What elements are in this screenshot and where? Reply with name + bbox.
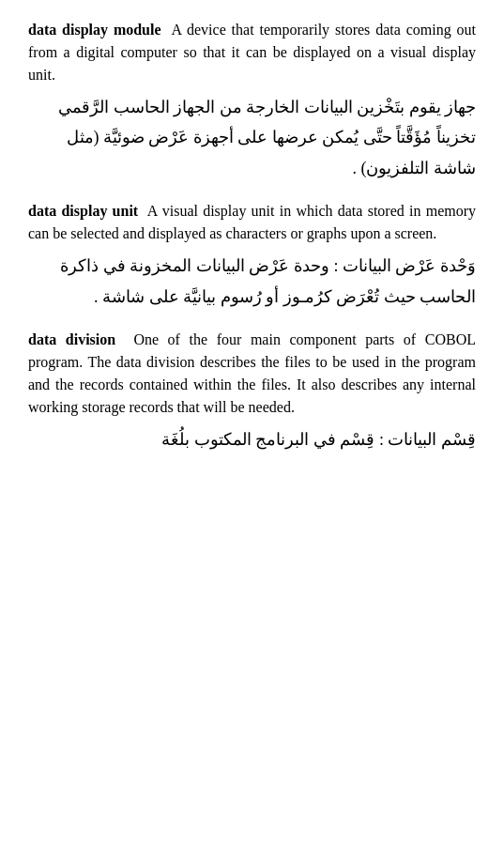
entry-key: data division bbox=[28, 331, 115, 347]
entry-arabic: قِسْم البيانات : قِسْم في البرنامج المكت… bbox=[28, 424, 476, 454]
entry-definition-text: data display module A device that tempor… bbox=[28, 19, 476, 86]
entry-arabic: وَحْدة عَرْض البيانات : وحدة عَرْض البيا… bbox=[28, 251, 476, 312]
entry-data-display-module: data display module A device that tempor… bbox=[28, 19, 476, 183]
entry-key: data display module bbox=[28, 22, 161, 38]
entry-definition-text: data division One of the four main compo… bbox=[28, 329, 476, 419]
entry-definition-text: data display unit A visual display unit … bbox=[28, 200, 476, 245]
entry-data-division: data division One of the four main compo… bbox=[28, 329, 476, 454]
entry-key: data display unit bbox=[28, 203, 138, 219]
entry-definition bbox=[125, 331, 134, 347]
page-content: data display module A device that tempor… bbox=[28, 19, 476, 454]
entry-data-display-unit: data display unit A visual display unit … bbox=[28, 200, 476, 312]
entry-arabic: جهاز يقوم بتَخْزين البيانات الخارجة من ا… bbox=[28, 92, 476, 183]
